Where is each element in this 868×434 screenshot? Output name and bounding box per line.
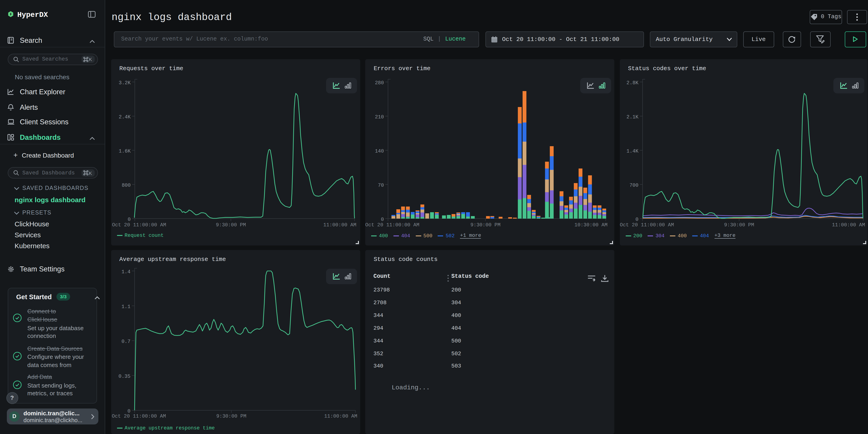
svg-text:9:30:00 PM: 9:30:00 PM (470, 222, 500, 228)
svg-text:Oct 20 11:00:00 AM: Oct 20 11:00:00 AM (112, 413, 166, 419)
svg-text:1.4K: 1.4K (626, 149, 639, 154)
svg-text:3.2K: 3.2K (118, 80, 131, 86)
svg-text:11:00:00 AM: 11:00:00 AM (323, 222, 356, 228)
svg-text:11:00:00 AM: 11:00:00 AM (832, 222, 865, 228)
svg-text:Oct 20 11:00:00 AM: Oct 20 11:00:00 AM (620, 222, 674, 228)
svg-text:1.6K: 1.6K (118, 149, 131, 154)
svg-text:700: 700 (629, 183, 638, 188)
svg-text:9:30:00 PM: 9:30:00 PM (724, 222, 754, 228)
svg-text:1.1: 1.1 (121, 304, 130, 310)
svg-text:2.8K: 2.8K (626, 80, 639, 86)
svg-text:140: 140 (375, 149, 384, 154)
svg-text:10:30:00 AM: 10:30:00 AM (575, 222, 608, 228)
svg-text:Oct 20 11:00:00 AM: Oct 20 11:00:00 AM (365, 222, 420, 228)
svg-text:Oct 20 11:00:00 AM: Oct 20 11:00:00 AM (112, 222, 166, 228)
svg-text:800: 800 (121, 183, 130, 188)
svg-text:0: 0 (127, 217, 130, 222)
svg-text:11:00:00 AM: 11:00:00 AM (324, 413, 357, 419)
svg-text:9:30:00 PM: 9:30:00 PM (216, 222, 246, 228)
svg-text:280: 280 (375, 80, 384, 86)
svg-text:0.7: 0.7 (121, 339, 130, 344)
svg-text:0: 0 (635, 217, 638, 222)
svg-text:0.35: 0.35 (118, 374, 130, 379)
svg-text:9:30:00 PM: 9:30:00 PM (216, 413, 246, 419)
svg-text:70: 70 (378, 183, 384, 188)
svg-text:1.4: 1.4 (121, 269, 130, 275)
svg-text:2.1K: 2.1K (626, 114, 639, 120)
svg-text:210: 210 (375, 114, 384, 120)
svg-text:2.4K: 2.4K (118, 114, 131, 120)
svg-text:0: 0 (381, 217, 384, 222)
